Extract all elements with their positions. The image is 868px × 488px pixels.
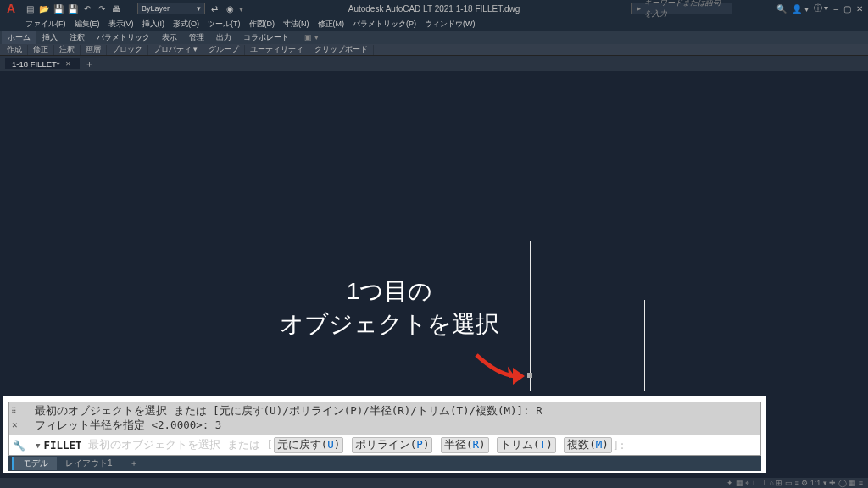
help-icon[interactable]: ⓘ ▾ xyxy=(814,3,829,14)
close-icon[interactable]: ✕ xyxy=(856,4,863,14)
menu-insert[interactable]: 挿入(I) xyxy=(139,19,169,30)
menu-view[interactable]: 表示(V) xyxy=(105,19,137,30)
chevron-down-icon[interactable]: ▼ xyxy=(36,441,40,450)
search-placeholder: キーワードまたは語句を入力 xyxy=(644,0,726,19)
undo-icon[interactable]: ↶ xyxy=(81,3,93,14)
drawing-object-line[interactable] xyxy=(644,300,645,391)
panel-properties[interactable]: プロパティ ▾ xyxy=(148,45,203,55)
layout-tab-1[interactable]: レイアウト1 xyxy=(57,457,121,470)
cmd-option-r[interactable]: 半径(R) xyxy=(441,437,489,453)
print-icon[interactable]: 🖶 xyxy=(110,3,122,14)
panel-utilities[interactable]: ユーティリティ xyxy=(245,45,309,55)
new-icon[interactable]: ▤ xyxy=(24,3,36,14)
document-tab-active[interactable]: 1-18 FILLET* ✕ xyxy=(5,58,80,69)
history-line-2: フィレット半径を指定 <2.0000>: 3 xyxy=(11,419,759,433)
menu-edit[interactable]: 編集(E) xyxy=(71,19,103,30)
app-logo[interactable]: A xyxy=(3,1,19,16)
cmd-option-m[interactable]: 複数(M) xyxy=(564,437,612,453)
tab-view[interactable]: 表示 xyxy=(156,31,183,44)
layer-label: ByLayer xyxy=(142,4,170,13)
command-name: FILLET xyxy=(43,439,81,452)
doc-tab-close-icon[interactable]: ✕ xyxy=(65,60,71,68)
cmd-option-u[interactable]: 元に戻す(U) xyxy=(274,437,344,453)
menu-draw[interactable]: 作図(D) xyxy=(246,19,279,30)
redo-icon[interactable]: ↷ xyxy=(96,3,108,14)
menu-dimension[interactable]: 寸法(N) xyxy=(280,19,313,30)
menu-file[interactable]: ファイル(F) xyxy=(22,19,70,30)
menu-modify[interactable]: 修正(M) xyxy=(314,19,348,30)
panel-block[interactable]: ブロック xyxy=(107,45,148,55)
layout-tabs: モデル レイアウト1 ＋ xyxy=(8,456,761,471)
new-tab-button[interactable]: ＋ xyxy=(85,58,94,70)
annotation-line1: 1つ目の xyxy=(280,274,499,308)
panel-clipboard[interactable]: クリップボード xyxy=(309,45,374,55)
command-history[interactable]: ⠿ ✕ 最初のオブジェクトを選択 または [元に戻す(U)/ポリライン(P)/半… xyxy=(8,402,761,435)
ribbon-tabs: ホーム 挿入 注釈 パラメトリック 表示 管理 出力 コラボレート ▣ ▾ xyxy=(0,30,868,44)
tab-manage[interactable]: 管理 xyxy=(183,31,210,44)
open-icon[interactable]: 📂 xyxy=(38,3,50,14)
window-title: Autodesk AutoCAD LT 2021 1-18 FILLET.dwg xyxy=(348,4,520,14)
tab-home[interactable]: ホーム xyxy=(2,31,36,44)
cmd-option-p[interactable]: ポリライン(P) xyxy=(352,437,433,453)
share-icon[interactable]: ⇄ xyxy=(209,3,220,14)
tab-parametric[interactable]: パラメトリック xyxy=(91,31,156,44)
saveas-icon[interactable]: 💾 xyxy=(67,3,79,14)
command-window: ⠿ ✕ 最初のオブジェクトを選択 または [元に戻す(U)/ポリライン(P)/半… xyxy=(3,396,766,473)
save-icon[interactable]: 💾 xyxy=(53,3,64,14)
color-wheel-icon[interactable]: ◉ xyxy=(224,3,236,14)
layout-tab-model[interactable]: モデル xyxy=(12,457,57,470)
ribbon-expand-icon[interactable]: ▣ ▾ xyxy=(298,32,325,42)
tab-collaborate[interactable]: コラボレート xyxy=(237,31,295,44)
menu-format[interactable]: 形式(O) xyxy=(170,19,203,30)
command-input[interactable]: 🔧 ▼ FILLET 最初のオブジェクトを選択 または [ 元に戻す(U) ポリ… xyxy=(8,435,761,456)
command-prompt-end: ]: xyxy=(613,439,626,452)
panel-group[interactable]: グループ xyxy=(203,45,245,55)
annotation-line2: オブジェクトを選択 xyxy=(280,308,499,341)
signin-icon[interactable]: 👤 ▾ xyxy=(792,4,809,14)
menu-parametric[interactable]: パラメトリック(P) xyxy=(349,19,420,30)
tab-output[interactable]: 出力 xyxy=(210,31,237,44)
panel-annotate[interactable]: 注釈 xyxy=(54,45,81,55)
layout-add-button[interactable]: ＋ xyxy=(121,457,147,470)
status-bar: ✦ ▦ ⌖ ∟ ⟂ ⌂ ⊞ ▭ ≡ ⚙ 1:1 ▾ ✚ ◯ ▦ ≡ xyxy=(0,478,868,488)
panel-modify[interactable]: 修正 xyxy=(28,45,54,55)
search-icon[interactable]: 🔍 xyxy=(776,4,787,14)
cmd-option-t[interactable]: トリム(T) xyxy=(497,437,556,453)
annotation-text: 1つ目の オブジェクトを選択 xyxy=(280,274,499,341)
drawing-object-rect[interactable] xyxy=(530,241,644,391)
menu-window[interactable]: ウィンドウ(W) xyxy=(421,19,479,30)
history-line-1: 最初のオブジェクトを選択 または [元に戻す(U)/ポリライン(P)/半径(R)… xyxy=(11,404,759,419)
ribbon-panels: 作成 修正 注釈 画層 ブロック プロパティ ▾ グループ ユーティリティ クリ… xyxy=(0,44,868,56)
panel-create[interactable]: 作成 xyxy=(2,45,28,55)
search-input[interactable]: ▸キーワードまたは語句を入力 xyxy=(631,3,732,14)
cmd-grip-icon[interactable]: ⠿ xyxy=(11,406,17,416)
document-tabs: 1-18 FILLET* ✕ ＋ xyxy=(0,56,868,71)
annotation-arrow-icon xyxy=(472,351,531,385)
cmd-close-icon[interactable]: ✕ xyxy=(12,419,18,432)
tab-annotate[interactable]: 注釈 xyxy=(64,31,91,44)
minimize-icon[interactable]: – xyxy=(833,4,838,14)
status-icons[interactable]: ✦ ▦ ⌖ ∟ ⟂ ⌂ ⊞ ▭ ≡ ⚙ 1:1 ▾ ✚ ◯ ▦ ≡ xyxy=(726,479,863,488)
maximize-icon[interactable]: ▢ xyxy=(843,4,851,14)
layer-dropdown[interactable]: ByLayer▾ xyxy=(137,3,205,14)
menu-tools[interactable]: ツール(T) xyxy=(204,19,244,30)
tab-insert[interactable]: 挿入 xyxy=(36,31,64,44)
menu-bar: ファイル(F) 編集(E) 表示(V) 挿入(I) 形式(O) ツール(T) 作… xyxy=(0,17,868,30)
command-options: 元に戻す(U) ポリライン(P) 半径(R) トリム(T) 複数(M) xyxy=(273,437,613,453)
panel-layers[interactable]: 画層 xyxy=(81,45,107,55)
wrench-icon[interactable]: 🔧 xyxy=(13,440,25,452)
command-prompt: 最初のオブジェクトを選択 または [ xyxy=(88,438,273,452)
doc-tab-label: 1-18 FILLET* xyxy=(12,59,60,69)
